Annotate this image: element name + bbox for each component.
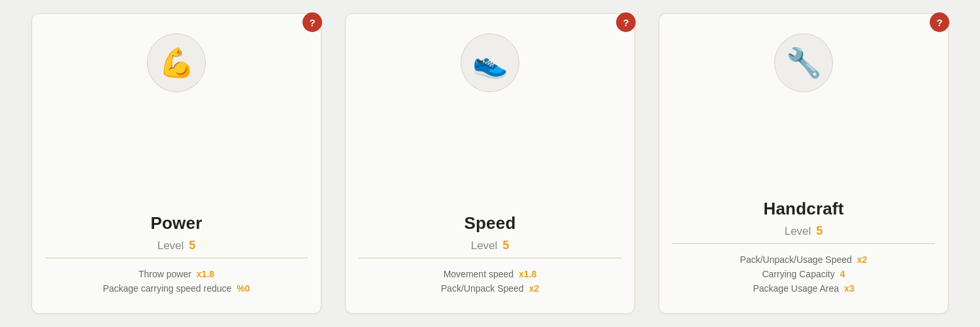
stat-row-handcraft-1: Carrying Capacity4 [762, 269, 845, 279]
stats-list-speed: Movement speedx1.8Pack/Unpack Speedx2 [359, 269, 621, 294]
level-label-power: Level [157, 239, 184, 252]
icon-power: 💪 [147, 33, 206, 92]
level-row-speed: Level5 [359, 239, 621, 258]
level-label-handcraft: Level [785, 225, 811, 238]
stat-row-power-0: Throw powerx1.8 [139, 269, 214, 279]
stat-value-speed-1: x2 [529, 283, 540, 294]
level-value-power: 5 [189, 239, 195, 252]
level-label-speed: Level [471, 239, 498, 252]
card-content-handcraft: HandcraftLevel5Pack/Unpack/Usage Speedx2… [672, 192, 935, 294]
card-handcraft: ?🔧HandcraftLevel5Pack/Unpack/Usage Speed… [659, 13, 949, 314]
help-badge-power[interactable]: ? [302, 12, 322, 32]
stat-row-speed-0: Movement speedx1.8 [444, 269, 537, 279]
icon-handcraft: 🔧 [774, 33, 833, 92]
stat-value-handcraft-1: 4 [840, 269, 845, 279]
help-badge-handcraft[interactable]: ? [930, 12, 949, 32]
stat-label-handcraft-1: Carrying Capacity [762, 269, 834, 279]
card-title-power: Power [150, 213, 202, 233]
stat-label-handcraft-2: Package Usage Area [753, 283, 839, 294]
stat-row-power-1: Package carrying speed reduce%0 [103, 283, 250, 294]
stat-label-speed-1: Pack/Unpack Speed [441, 283, 524, 294]
stat-value-handcraft-2: x3 [844, 283, 855, 294]
stat-value-speed-0: x1.8 [519, 269, 536, 279]
stat-row-handcraft-0: Pack/Unpack/Usage Speedx2 [740, 254, 868, 265]
help-badge-speed[interactable]: ? [616, 12, 636, 32]
level-row-power: Level5 [45, 239, 308, 258]
stat-value-power-0: x1.8 [197, 269, 214, 279]
card-content-speed: SpeedLevel5Movement speedx1.8Pack/Unpack… [359, 207, 621, 294]
card-title-speed: Speed [464, 213, 515, 233]
icon-speed: 👟 [461, 33, 519, 92]
level-value-handcraft: 5 [816, 224, 823, 238]
level-value-speed: 5 [502, 239, 509, 252]
card-content-power: PowerLevel5Throw powerx1.8Package carryi… [45, 207, 308, 294]
cards-container: ?💪PowerLevel5Throw powerx1.8Package carr… [0, 0, 980, 327]
stat-label-power-0: Throw power [139, 269, 191, 279]
stats-list-power: Throw powerx1.8Package carrying speed re… [45, 269, 308, 294]
stat-label-handcraft-0: Pack/Unpack/Usage Speed [740, 254, 852, 265]
card-power: ?💪PowerLevel5Throw powerx1.8Package carr… [31, 13, 321, 314]
stat-row-handcraft-2: Package Usage Areax3 [753, 283, 854, 294]
stat-value-handcraft-0: x2 [857, 254, 868, 265]
stat-value-power-1: %0 [237, 283, 250, 294]
level-row-handcraft: Level5 [672, 224, 935, 244]
stat-label-speed-0: Movement speed [444, 269, 514, 279]
card-speed: ?👟SpeedLevel5Movement speedx1.8Pack/Unpa… [345, 13, 635, 314]
stat-row-speed-1: Pack/Unpack Speedx2 [441, 283, 539, 294]
card-title-handcraft: Handcraft [763, 199, 843, 219]
stat-label-power-1: Package carrying speed reduce [103, 283, 231, 294]
stats-list-handcraft: Pack/Unpack/Usage Speedx2Carrying Capaci… [672, 254, 935, 294]
